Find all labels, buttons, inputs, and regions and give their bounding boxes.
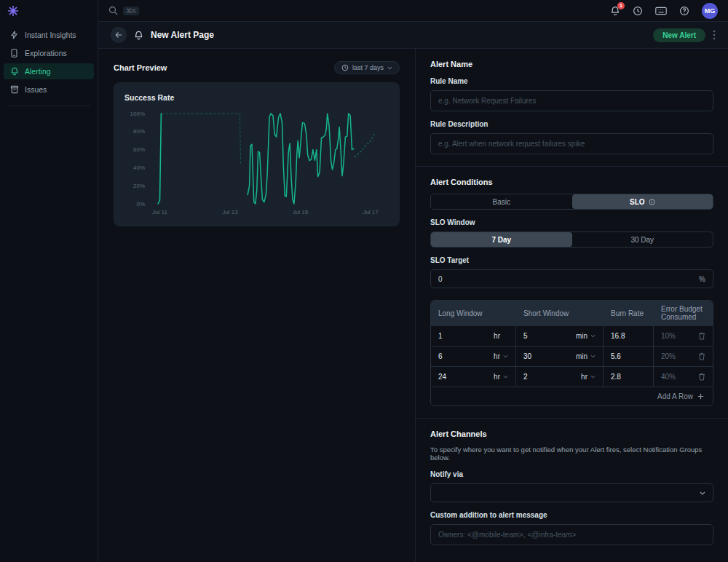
clock-icon [341, 64, 349, 71]
col-short-window: Short Window [516, 301, 604, 325]
sidebar-item-label: Instant Insights [25, 31, 76, 39]
rule-name-label: Rule Name [430, 77, 713, 85]
percent-suffix: % [699, 275, 705, 283]
chart-card: Success Rate 100%80%60%40%20%0%Jul 11Jul… [114, 82, 400, 226]
topbar-actions: 1 MG [610, 3, 718, 19]
custom-message-input[interactable] [430, 524, 713, 545]
alert-name-heading: Alert Name [430, 60, 713, 68]
table-row: 6 hr 30 min 5.6 20% [431, 346, 713, 366]
window-30day[interactable]: 30 Day [572, 232, 713, 247]
delete-row-button[interactable] [698, 332, 705, 340]
alert-conditions-section: Alert Conditions Basic SLO SLO Window 7 … [416, 166, 728, 418]
long-window-value[interactable]: 24 [438, 373, 446, 381]
content: Chart Preview last 7 days Success Rate 1… [98, 49, 728, 562]
app-root: Instant Insights Explorations Alerting I… [0, 0, 728, 562]
svg-text:40%: 40% [133, 165, 145, 171]
sidebar-item-label: Explorations [25, 49, 67, 58]
long-unit-dropdown[interactable]: hr [494, 373, 508, 381]
burn-rate-value: 16.8 [611, 332, 625, 340]
long-window-value[interactable]: 6 [438, 352, 443, 360]
chart-title: Success Rate [124, 93, 389, 102]
time-range-dropdown[interactable]: last 7 days [334, 61, 400, 74]
rule-name-input[interactable] [430, 90, 713, 111]
long-unit-dropdown[interactable]: hr [494, 352, 508, 360]
short-unit-dropdown[interactable]: min [576, 352, 596, 360]
alert-name-section: Alert Name Rule Name Rule Description [416, 49, 728, 166]
success-rate-chart: 100%80%60%40%20%0%Jul 11Jul 13Jul 15Jul … [124, 108, 389, 217]
kebab-menu-icon[interactable] [713, 30, 716, 40]
svg-text:Jul 17: Jul 17 [363, 209, 379, 215]
alert-channels-heading: Alert Channels [430, 430, 713, 438]
rule-description-input[interactable] [430, 133, 713, 154]
lightning-icon [9, 31, 19, 39]
add-row-button[interactable]: Add A Row [431, 387, 713, 405]
error-budget-value: 40% [661, 373, 676, 381]
history-button[interactable] [633, 6, 643, 16]
sidebar-item-issues[interactable]: Issues [4, 82, 94, 98]
long-window-value[interactable]: 1 [438, 332, 443, 340]
error-budget-value: 20% [661, 352, 676, 360]
back-button[interactable] [111, 27, 127, 43]
sidebar-item-explorations[interactable]: Explorations [4, 45, 94, 61]
sidebar-nav: Instant Insights Explorations Alerting I… [0, 24, 98, 100]
sidebar-item-alerting[interactable]: Alerting [4, 63, 94, 79]
alert-conditions-heading: Alert Conditions [430, 178, 713, 186]
burn-rate-value: 5.6 [611, 352, 621, 360]
chart-preview-title: Chart Preview [114, 63, 167, 72]
short-unit-dropdown[interactable]: min [576, 332, 596, 340]
help-button[interactable] [679, 6, 689, 16]
time-range-label: last 7 days [352, 64, 384, 71]
alert-form-panel: Alert Name Rule Name Rule Description Al… [415, 49, 728, 562]
clock-icon [633, 6, 643, 16]
search-shortcut-badge: ⌘K [123, 7, 139, 15]
alert-bell-icon [134, 31, 143, 40]
slo-window-segment: 7 Day 30 Day [430, 231, 713, 248]
sidebar-item-instant-insights[interactable]: Instant Insights [4, 27, 94, 43]
short-unit-dropdown[interactable]: hr [581, 373, 596, 381]
sidebar-item-label: Issues [25, 85, 47, 94]
chart-preview-panel: Chart Preview last 7 days Success Rate 1… [98, 49, 415, 562]
error-budget-value: 10% [661, 332, 676, 340]
col-burn-rate: Burn Rate [604, 301, 654, 325]
window-7day[interactable]: 7 Day [431, 232, 572, 247]
new-alert-button[interactable]: New Alert [653, 28, 705, 42]
tab-basic[interactable]: Basic [431, 194, 572, 209]
delete-row-button[interactable] [698, 373, 705, 381]
svg-text:0%: 0% [136, 201, 145, 207]
alert-channels-section: Alert Channels To specify where you want… [416, 418, 728, 557]
bell-icon [9, 67, 19, 76]
notify-via-label: Notify via [430, 470, 713, 478]
form-actions: Save Alert Rule Cancel [416, 557, 728, 562]
short-window-value[interactable]: 5 [523, 332, 528, 340]
chevron-down-icon [387, 66, 392, 70]
svg-text:Jul 11: Jul 11 [152, 209, 167, 215]
long-unit-dropdown[interactable]: hr [494, 332, 508, 340]
burn-rate-table: Long Window Short Window Burn Rate Error… [430, 300, 713, 406]
rule-description-label: Rule Description [430, 120, 713, 128]
short-window-value[interactable]: 30 [523, 352, 531, 360]
slo-target-input[interactable] [438, 275, 699, 283]
custom-message-label: Custom addition to alert message [430, 511, 713, 519]
burn-rate-value: 2.8 [611, 373, 621, 381]
slo-target-field: % [430, 269, 713, 288]
notify-via-select[interactable] [430, 483, 713, 502]
shortcuts-button[interactable] [655, 7, 667, 15]
slo-target-label: SLO Target [430, 256, 713, 264]
info-icon [649, 199, 655, 205]
table-row: 24 hr 2 hr 2.8 40% [431, 366, 713, 387]
avatar[interactable]: MG [702, 3, 718, 19]
alert-channels-description: To specify where you want to get notifie… [430, 446, 713, 462]
short-window-value[interactable]: 2 [523, 373, 528, 381]
sidebar: Instant Insights Explorations Alerting I… [0, 0, 98, 562]
tab-slo[interactable]: SLO [572, 194, 713, 209]
svg-text:Jul 15: Jul 15 [293, 209, 309, 215]
topbar: ⌘K 1 [98, 0, 728, 22]
chevron-down-icon [700, 491, 705, 495]
notifications-button[interactable]: 1 [610, 6, 620, 16]
search-input[interactable]: ⌘K [108, 6, 139, 15]
sidebar-divider [7, 106, 90, 106]
plus-icon [697, 393, 704, 400]
svg-text:Jul 13: Jul 13 [222, 209, 238, 215]
table-row: 1 hr 5 min 16.8 10% [431, 325, 713, 346]
delete-row-button[interactable] [698, 352, 705, 360]
